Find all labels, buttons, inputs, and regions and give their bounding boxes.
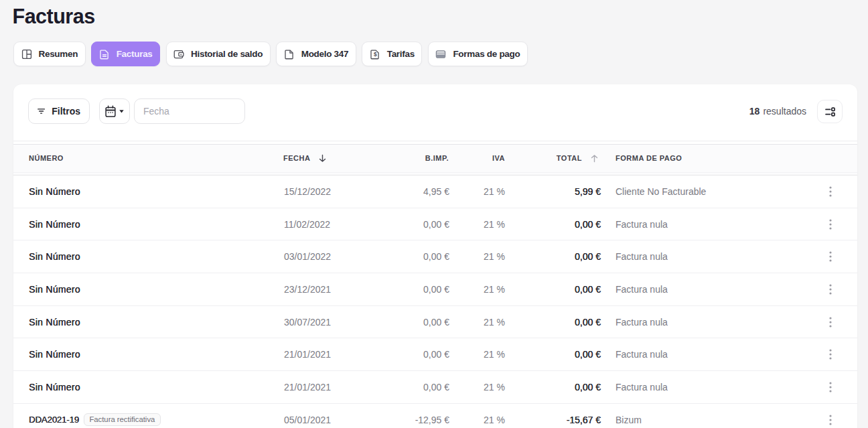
svg-text:$: $ <box>374 51 377 58</box>
